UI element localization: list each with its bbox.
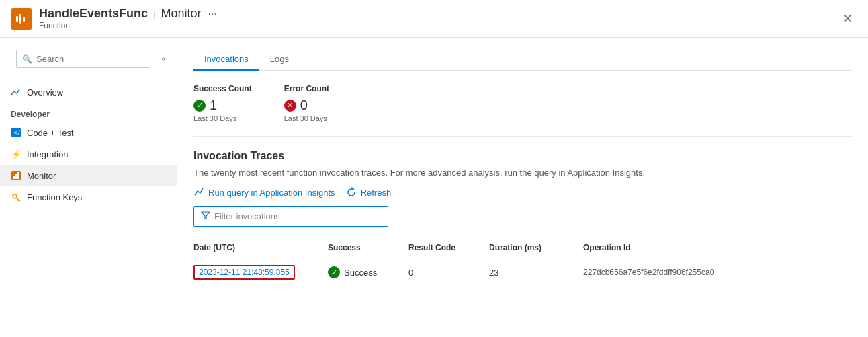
lightning-icon: ⚡ xyxy=(11,149,21,159)
success-check-icon: ✓ xyxy=(328,266,340,278)
svg-text:</>: </> xyxy=(13,129,21,136)
sidebar-item-integration[interactable]: ⚡ Integration xyxy=(0,143,177,165)
filter-icon xyxy=(201,211,210,222)
search-box[interactable]: 🔍 xyxy=(16,50,150,68)
search-input[interactable] xyxy=(36,54,144,64)
tabs-container: Invocations Logs xyxy=(193,48,852,71)
svg-rect-8 xyxy=(17,172,19,179)
code-icon: </> xyxy=(11,127,21,138)
success-count-sub: Last 30 Days xyxy=(193,114,252,122)
success-count-metric: Success Count ✓ 1 Last 30 Days xyxy=(193,84,252,122)
invocation-traces-section: Invocation Traces The twenty most recent… xyxy=(193,150,852,287)
key-icon xyxy=(11,192,21,202)
sidebar-item-overview[interactable]: Overview xyxy=(0,81,177,103)
check-icon: ✓ xyxy=(193,100,206,112)
title-separator: | xyxy=(153,9,155,19)
app-subtitle: Function xyxy=(39,21,217,30)
page-title: Monitor xyxy=(161,7,201,21)
sidebar-nav: Overview Developer </> Code + Test ⚡ Int… xyxy=(0,79,177,211)
collapse-button[interactable]: « xyxy=(159,51,169,66)
table-row: 2023-12-11 21:48:59.855 ✓ Success 0 23 2… xyxy=(193,258,852,287)
nav-section-developer: Developer xyxy=(0,103,177,122)
run-query-icon xyxy=(193,187,204,198)
error-count-metric: Error Count ✕ 0 Last 30 Days xyxy=(284,84,329,122)
svg-point-9 xyxy=(13,194,17,198)
filter-box[interactable]: Filter invocations xyxy=(193,206,388,227)
more-options-button[interactable]: ··· xyxy=(208,8,216,20)
success-count-label: Success Count xyxy=(193,84,252,93)
svg-rect-0 xyxy=(16,16,18,22)
sidebar-item-monitor[interactable]: Monitor xyxy=(0,165,177,186)
error-count-value: ✕ 0 xyxy=(284,98,329,113)
invocations-table: Date (UTC) Success Result Code Duration … xyxy=(193,237,852,287)
close-button[interactable]: ✕ xyxy=(838,9,857,28)
app-icon xyxy=(11,8,32,30)
svg-marker-12 xyxy=(202,212,210,219)
svg-rect-1 xyxy=(19,14,21,24)
error-count-label: Error Count xyxy=(284,84,329,93)
sidebar-item-label: Monitor xyxy=(27,171,56,181)
sidebar-item-function-keys[interactable]: Function Keys xyxy=(0,186,177,208)
section-title: Invocation Traces xyxy=(193,150,852,162)
sidebar-item-label: Overview xyxy=(27,87,63,98)
chart-icon xyxy=(11,87,21,98)
sidebar: 🔍 « Overview Developer xyxy=(0,38,177,337)
svg-rect-2 xyxy=(23,17,25,22)
sidebar-item-label: Integration xyxy=(27,149,68,159)
refresh-button[interactable]: Refresh xyxy=(346,187,392,198)
main-layout: 🔍 « Overview Developer xyxy=(0,38,868,337)
sidebar-item-label: Code + Test xyxy=(27,128,74,138)
date-link[interactable]: 2023-12-11 21:48:59.855 xyxy=(193,265,295,280)
filter-placeholder: Filter invocations xyxy=(214,211,280,221)
actions-row: Run query in Application Insights Refres… xyxy=(193,187,852,198)
app-name: HandleEventsFunc xyxy=(39,7,148,21)
success-cell: ✓ Success xyxy=(328,266,408,278)
title-bar: HandleEventsFunc | Monitor ··· Function … xyxy=(0,0,868,38)
success-count-value: ✓ 1 xyxy=(193,98,252,113)
error-icon: ✕ xyxy=(284,100,296,112)
main-content: Invocations Logs Success Count ✓ 1 Last … xyxy=(177,38,868,337)
section-description: The twenty most recent function invocati… xyxy=(193,167,852,178)
tab-logs[interactable]: Logs xyxy=(259,48,300,71)
table-header: Date (UTC) Success Result Code Duration … xyxy=(193,237,852,258)
svg-rect-6 xyxy=(13,176,15,179)
search-icon: 🔍 xyxy=(22,54,32,64)
error-count-sub: Last 30 Days xyxy=(284,114,329,122)
monitor-icon xyxy=(11,170,21,181)
sidebar-item-code-test[interactable]: </> Code + Test xyxy=(0,122,177,143)
svg-rect-7 xyxy=(15,174,17,179)
metrics-row: Success Count ✓ 1 Last 30 Days Error Cou… xyxy=(193,84,852,137)
tab-invocations[interactable]: Invocations xyxy=(193,48,259,71)
sidebar-item-label: Function Keys xyxy=(27,192,82,202)
refresh-icon xyxy=(346,187,357,198)
run-query-button[interactable]: Run query in Application Insights xyxy=(193,187,335,198)
